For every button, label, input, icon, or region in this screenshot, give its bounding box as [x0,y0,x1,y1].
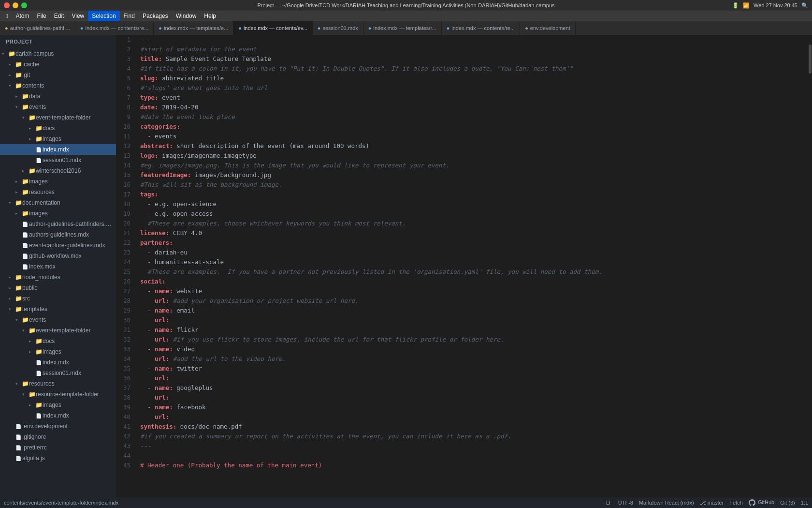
status-filepath[interactable]: contents/events/event-template-folder/in… [4,500,118,506]
folder-icon: 📁 [14,61,22,68]
menu-selection[interactable]: Selection [88,11,119,21]
tree-item-author-guidelines-pathfinders[interactable]: 📄author-guidelines-pathfinders.mdx [0,219,116,229]
status-cursor[interactable]: 1:1 [801,500,808,506]
tree-item-images-doc[interactable]: ▸📁images [0,208,116,219]
tree-item-event-capture-guidelines[interactable]: 📄event-capture-guidelines.mdx [0,240,116,251]
tab-0[interactable]: ● author-guidelines-pathfi... [0,21,75,35]
tab-1[interactable]: ● index.mdx — contents/re... [75,21,154,35]
code-line: - e.g. open-access [140,209,808,219]
tab-5[interactable]: ● index.mdx — templates/r... [363,21,442,35]
tree-item-github-workflow[interactable]: 📄github-workflow.mdx [0,251,116,261]
close-button[interactable] [4,2,10,8]
tree-item-index-rt[interactable]: 📄index.mdx [0,410,116,421]
tree-item-resources-t[interactable]: ▾📁resources [0,378,116,389]
tab-label-6: index.mdx — contents/re... [451,25,515,31]
tree-item-event-template-folder-t[interactable]: ▾📁event-template-folder [0,325,116,336]
tree-item-images-t[interactable]: ▸📁images [0,346,116,357]
tree-item-index-mdx-t[interactable]: 📄index.mdx [0,357,116,368]
code-token: 2019-04-20 [159,103,199,112]
line-number: 10 [116,122,130,132]
code-token: url: [140,412,169,422]
file-mdx-icon: 📄 [35,147,43,152]
tree-item-index-mdx-sel[interactable]: 📄index.mdx [0,144,116,155]
tree-item-event-template-folder[interactable]: ▾📁event-template-folder [0,112,116,123]
scrollbar-thumb[interactable] [809,45,812,74]
tree-item-docs-t[interactable]: ▸📁docs [0,336,116,346]
editor-area: 1234567891011121314151617181920212223242… [116,35,812,497]
tree-item-resource-template-folder[interactable]: ▾📁resource-template-folder [0,389,116,400]
tree-item-dariah-campus[interactable]: ▾📁dariah-campus [0,48,116,59]
tree-item-resources[interactable]: ▸📁resources [0,187,116,197]
apple-menu[interactable]:  [2,11,12,21]
menu-window[interactable]: Window [172,11,201,21]
tab-2[interactable]: ● index.mdx — templates/e... [154,21,233,35]
tree-item-algolia[interactable]: 📄algolia.js [0,453,116,463]
menu-edit[interactable]: Edit [50,11,68,21]
status-branch[interactable]: ⎇ master [700,500,724,506]
arrow-icon: ▸ [9,62,14,67]
code-token: --- [140,35,151,45]
tree-item-gitignore[interactable]: 📄.gitignore [0,432,116,442]
tree-item-authors-guidelines[interactable]: 📄authors-guidelines.mdx [0,229,116,240]
tree-item-node_modules[interactable]: ▸📁node_modules [0,272,116,283]
status-github[interactable]: GitHub [749,499,774,506]
menu-packages[interactable]: Packages [139,11,172,21]
code-content[interactable]: ---#start of metadata for the eventtitle… [135,35,808,497]
tree-item-docs[interactable]: ▸📁docs [0,123,116,134]
code-token: #date the event took place [140,112,235,122]
status-encoding[interactable]: UTF-8 [618,500,633,506]
line-number: 22 [116,238,130,248]
tree-item-images-et[interactable]: ▸📁images [0,134,116,144]
traffic-lights[interactable] [4,2,27,8]
status-lineending[interactable]: LF [606,500,612,506]
sidebar-tree[interactable]: ▾📁dariah-campus▸📁.cache▸📁.git▾📁contents▸… [0,48,116,497]
tree-item-documentation[interactable]: ▾📁documentation [0,197,116,208]
tree-item-images-rt[interactable]: ▸📁images [0,400,116,410]
tree-item-data[interactable]: ▸📁data [0,91,116,102]
tree-item-templates[interactable]: ▾📁templates [0,304,116,314]
tab-3[interactable]: ● index.mdx — contents/ev... [233,21,313,35]
tree-item-cache[interactable]: ▸📁.cache [0,59,116,70]
tree-item-session01-mdx[interactable]: 📄session01.mdx [0,155,116,165]
tree-item-events-t[interactable]: ▾📁events [0,314,116,325]
tree-item-winterschool2016[interactable]: ▸📁winterschool2016 [0,165,116,176]
code-line: - name: twitter [140,364,808,374]
code-token: #if you created a summary or report on t… [140,432,511,441]
code-line: synthesis: docs/doc-name.pdf [140,422,808,432]
tree-item-index-doc[interactable]: 📄index.mdx [0,261,116,272]
tab-6[interactable]: ● index.mdx — contents/re... [442,21,521,35]
line-number: 7 [116,93,130,103]
tree-item-src[interactable]: ▸📁src [0,293,116,304]
tab-4[interactable]: ● session01.mdx [313,21,363,35]
tree-item-git[interactable]: ▸📁.git [0,70,116,80]
code-token: #These are examples. If you have a partn… [140,267,602,277]
line-number: 38 [116,393,130,403]
menu-find[interactable]: Find [120,11,139,21]
tree-item-prettierrc[interactable]: 📄.prettierrc [0,442,116,453]
arrow-icon: ▾ [2,51,8,56]
status-git-count[interactable]: Git (3) [780,500,795,506]
tree-item-session01-t[interactable]: 📄session01.mdx [0,368,116,378]
tab-7[interactable]: ● env.development [520,21,576,35]
menu-help[interactable]: Help [200,11,220,21]
search-icon[interactable]: 🔍 [801,2,808,9]
code-line: - name: facebook [140,403,808,412]
tree-label: dariah-campus [15,50,116,57]
tree-item-env-dev[interactable]: 📄.env.development [0,421,116,432]
scrollbar[interactable] [808,35,812,497]
menu-file[interactable]: File [33,11,50,21]
code-line: logo: images/imagename.imagetype [140,151,808,161]
code-editor[interactable]: 1234567891011121314151617181920212223242… [116,35,812,497]
maximize-button[interactable] [21,2,27,8]
status-language[interactable]: Markdown React (mdx) [639,500,694,506]
line-number: 11 [116,132,130,141]
tree-item-events[interactable]: ▾📁events [0,102,116,112]
menu-view[interactable]: View [68,11,88,21]
tree-label: author-guidelines-pathfinders.mdx [29,221,116,227]
status-fetch[interactable]: Fetch [729,500,743,506]
tree-item-images-c[interactable]: ▸📁images [0,176,116,187]
minimize-button[interactable] [13,2,18,8]
tree-item-contents[interactable]: ▾📁contents [0,80,116,91]
menu-atom[interactable]: Atom [12,11,33,21]
tree-item-public[interactable]: ▸📁public [0,283,116,293]
